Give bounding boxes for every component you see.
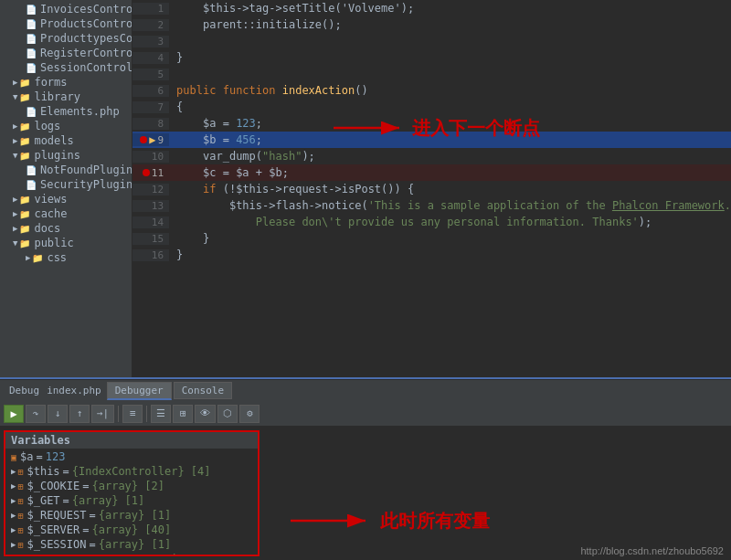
var-eq: = (82, 523, 89, 536)
folder-label: library (34, 90, 80, 103)
code-line-2: 2 parent::initialize(); (132, 16, 731, 33)
watches-button[interactable]: 👁 (195, 405, 216, 423)
folder-cache[interactable]: ▶ 📁 cache (0, 206, 132, 221)
var-item-a[interactable]: ▣ $a = 123 (5, 449, 258, 464)
settings-button[interactable]: ⚙ (239, 405, 260, 423)
var-item-server[interactable]: ▶ ⊞ $_SERVER = {array} [40] (5, 523, 258, 537)
folder-views[interactable]: ▶ 📁 views (0, 192, 132, 206)
file-elements[interactable]: 📄 Elements.php (0, 104, 132, 119)
step-out-button[interactable]: ↑ (69, 405, 90, 423)
tab-debugger-label: Debugger (115, 385, 164, 396)
resume-button[interactable]: ▶ (4, 405, 24, 423)
folder-label: forms (34, 76, 67, 89)
tab-console[interactable]: Console (174, 382, 232, 399)
code-line-6: 6 public function indexAction() (132, 82, 731, 99)
expand-arrow-icon: ▶ (13, 78, 17, 87)
php-file-icon: 📄 (26, 63, 37, 73)
code-line-3: 3 (132, 33, 731, 49)
variables-button[interactable]: ⊞ (173, 405, 193, 423)
line-number-5: 5 (132, 69, 169, 80)
breakpoints-button[interactable]: ⬡ (217, 405, 238, 423)
var-item-apppath[interactable]: ▣ APP_PATH = 'C:\wamp\www\invo/' (5, 552, 258, 556)
folder-icon: 📁 (19, 92, 30, 102)
var-eq: = (89, 509, 95, 522)
var-value-server: {array} [40] (91, 523, 171, 536)
var-name-a: $a (20, 450, 33, 463)
var-value-a: 123 (46, 450, 66, 463)
expand-var-icon: ▶ (11, 511, 16, 520)
code-text-8: $a = 123; (169, 117, 262, 130)
folder-plugins[interactable]: ▼ 📁 plugins (0, 148, 132, 163)
debug-panel: Variables ▣ $a = 123 ▶ ⊞ $this = {IndexC… (0, 427, 731, 560)
file-label: Elements.php (40, 105, 120, 118)
expand-arrow-icon: ▶ (13, 136, 17, 145)
evaluate-button[interactable]: ≡ (122, 405, 143, 423)
folder-icon: 📁 (19, 209, 30, 219)
var-item-this[interactable]: ▶ ⊞ $this = {IndexController} [4] (5, 464, 258, 479)
frames-button[interactable]: ☰ (151, 405, 171, 423)
folder-label: docs (34, 222, 60, 235)
file-notfound[interactable]: 📄 NotFoundPlugin.php (0, 163, 132, 177)
folder-icon: 📁 (19, 122, 30, 132)
folder-public[interactable]: ▼ 📁 public (0, 236, 132, 250)
file-invoices[interactable]: 📄 InvoicesController.php (0, 2, 132, 16)
variables-panel: Variables ▣ $a = 123 ▶ ⊞ $this = {IndexC… (4, 430, 260, 556)
var-type-icon: ⊞ (17, 525, 23, 535)
code-line-5: 5 (132, 66, 731, 82)
var-item-request[interactable]: ▶ ⊞ $_REQUEST = {array} [1] (5, 508, 258, 523)
code-text-15: } (169, 232, 209, 245)
step-into-button[interactable]: ↓ (48, 405, 68, 423)
code-line-14: 14 Please don\'t provide us any personal… (132, 214, 731, 230)
folder-label: plugins (34, 149, 80, 162)
file-security[interactable]: 📄 SecurityPlugin.php (0, 177, 132, 192)
code-text-6: public function indexAction() (169, 84, 368, 97)
var-eq: = (63, 465, 69, 478)
expand-arrow-icon: ▶ (13, 224, 17, 233)
step-over-button[interactable]: ↷ (26, 405, 46, 423)
var-item-get[interactable]: ▶ ⊞ $_GET = {array} [1] (5, 493, 258, 508)
var-name-apppath: APP_PATH (20, 553, 73, 556)
breakpoint-dot (140, 136, 147, 143)
folder-label: css (47, 251, 67, 264)
debug-title: Debug (4, 385, 45, 396)
line-number-9: ▶ 9 (132, 133, 169, 146)
folder-icon: 📁 (19, 136, 30, 146)
tab-debugger[interactable]: Debugger (107, 382, 172, 400)
file-label: InvoicesController.php (40, 3, 132, 16)
expand-arrow-icon: ▶ (13, 122, 17, 131)
var-name-get: $_GET (26, 494, 59, 507)
folder-library[interactable]: ▼ 📁 library (0, 90, 132, 104)
toolbar-separator (118, 406, 119, 422)
file-products[interactable]: 📄 ProductsController.php (0, 16, 132, 31)
var-name-request: $_REQUEST (26, 509, 86, 522)
run-to-cursor-button[interactable]: →| (91, 405, 114, 423)
code-line-11: 11 $c = $a + $b; (132, 164, 731, 181)
var-name-cookie: $_COOKIE (26, 480, 79, 492)
expand-arrow-icon: ▶ (26, 253, 30, 262)
folder-logs[interactable]: ▶ 📁 logs (0, 119, 132, 133)
var-item-session[interactable]: ▶ ⊞ $_SESSION = {array} [1] (5, 537, 258, 552)
file-producttypes[interactable]: 📄 ProducttypesController.php (0, 31, 132, 46)
file-label: ProductsController.php (40, 17, 132, 30)
var-item-cookie[interactable]: ▶ ⊞ $_COOKIE = {array} [2] (5, 479, 258, 493)
expand-var-icon: ▶ (11, 496, 16, 505)
folder-icon: 📁 (19, 224, 30, 234)
annotation-top-text: 进入下一个断点 (412, 116, 540, 141)
tab-console-label: Console (182, 385, 224, 396)
var-type-icon: ▣ (11, 555, 16, 557)
line-number-16: 16 (132, 249, 169, 261)
file-label: NotFoundPlugin.php (40, 164, 132, 176)
file-session[interactable]: 📄 SessionController.php (0, 60, 132, 75)
debug-file-label: index.php (47, 385, 101, 396)
file-label: RegisterController.php (40, 47, 132, 59)
annotation-bottom-text: 此时所有变量 (380, 509, 490, 534)
folder-css[interactable]: ▶ 📁 css (0, 250, 132, 265)
file-register[interactable]: 📄 RegisterController.php (0, 46, 132, 60)
debug-toolbar: ▶ ↷ ↓ ↑ →| ≡ ☰ ⊞ 👁 ⬡ ⚙ (0, 401, 731, 427)
php-file-icon: 📄 (26, 34, 37, 44)
folder-models[interactable]: ▶ 📁 models (0, 133, 132, 148)
folder-forms[interactable]: ▶ 📁 forms (0, 75, 132, 90)
arrow-right-bottom-icon (291, 502, 373, 539)
folder-docs[interactable]: ▶ 📁 docs (0, 221, 132, 236)
line-number-8: 8 (132, 118, 169, 130)
